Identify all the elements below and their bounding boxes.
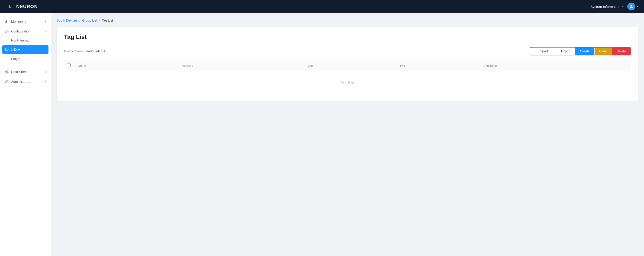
administration-chevron-icon: ▾: [45, 80, 46, 83]
sidebar-item-configuration[interactable]: Configuration ∧: [0, 26, 51, 36]
svg-rect-4: [8, 21, 8, 24]
config-icon: [5, 29, 9, 34]
table-col-description: Description: [480, 60, 631, 72]
breadcrumb-sep-1: /: [79, 18, 80, 22]
col-description-label: Description: [484, 64, 498, 68]
system-info-label[interactable]: System Information: [590, 5, 620, 8]
configuration-label: Configuration: [11, 30, 30, 33]
export-icon: ↑: [558, 50, 559, 53]
breadcrumb-group-list[interactable]: Group List: [82, 18, 97, 22]
avatar[interactable]: [627, 2, 635, 10]
delete-label: Delete: [617, 50, 626, 53]
table-col-address: Address: [178, 60, 302, 72]
svg-point-9: [6, 80, 8, 82]
data-stream-label: Data Strea...: [11, 70, 30, 74]
data-stream-chevron-icon: ▾: [45, 70, 46, 74]
breadcrumb-south-devices[interactable]: South Devices: [56, 18, 78, 22]
table-col-type: Type: [302, 60, 396, 72]
select-all-checkbox[interactable]: [67, 64, 70, 67]
import-icon: ↓: [535, 50, 536, 53]
stream-icon: [5, 70, 9, 74]
table-col-name: Name: [74, 60, 178, 72]
create-label: Create: [580, 50, 590, 53]
plugin-label: Plugin: [11, 57, 20, 61]
table-head: Name Address Type RW Description: [64, 60, 631, 72]
toolbar-row: Device Name modbus-tcp-1 ↓ Import ↑ Expo…: [64, 47, 631, 56]
svg-rect-2: [5, 21, 6, 24]
col-address-label: Address: [182, 64, 193, 68]
table-body: 暂无数据: [64, 72, 631, 94]
clear-button[interactable]: Clear: [594, 48, 612, 55]
tag-table: Name Address Type RW Description: [64, 60, 631, 94]
page-card: Tag List Device Name modbus-tcp-1 ↓ Impo…: [56, 27, 638, 101]
breadcrumb: South Devices / Group List / Tag List: [56, 18, 638, 22]
tag-table-container: Name Address Type RW Description: [64, 60, 631, 94]
svg-point-8: [8, 72, 8, 73]
svg-point-5: [6, 31, 8, 32]
table-header-checkbox: [64, 60, 74, 72]
administration-label: Administrat...: [11, 80, 30, 84]
device-label: Device Name: [64, 50, 84, 53]
import-label: Import: [539, 50, 548, 53]
admin-icon: [5, 80, 9, 84]
south-devices-label: South Devi...: [5, 48, 23, 52]
empty-message: 暂无数据: [64, 72, 631, 94]
sysinfo-chevron-icon[interactable]: ▾: [622, 5, 624, 8]
device-info: Device Name modbus-tcp-1: [64, 50, 105, 53]
export-button[interactable]: ↑ Export: [553, 48, 575, 55]
topnav-right: System Information ▾ ▾: [590, 2, 638, 10]
sidebar-item-administration[interactable]: Administrat... ▾: [0, 77, 51, 86]
sidebar-item-data-stream[interactable]: Data Strea... ▾: [0, 67, 51, 77]
empty-row: 暂无数据: [64, 72, 631, 94]
sidebar-divider-1: [0, 65, 51, 65]
north-apps-label: North Appli...: [11, 38, 30, 42]
col-rw-label: RW: [400, 64, 405, 68]
app-name: NEURON: [16, 4, 38, 9]
export-label: Export: [561, 50, 570, 53]
monitoring-label: Monitoring: [11, 20, 26, 24]
page-title: Tag List: [64, 34, 631, 40]
svg-point-7: [8, 70, 8, 72]
sidebar-item-north-apps[interactable]: North Appli...: [0, 36, 51, 44]
monitoring-chevron-icon: ▾: [45, 20, 46, 23]
breadcrumb-tag-list: Tag List: [102, 18, 113, 22]
main-content: South Devices / Group List / Tag List Ta…: [51, 13, 644, 256]
table-header-row: Name Address Type RW Description: [64, 60, 631, 72]
delete-button[interactable]: Delete: [612, 48, 630, 55]
col-name-label: Name: [78, 64, 86, 68]
breadcrumb-sep-2: /: [99, 18, 100, 22]
sidebar-item-plugin[interactable]: Plugin: [0, 55, 51, 63]
svg-text:~N: ~N: [6, 4, 12, 9]
sidebar-item-monitoring[interactable]: Monitoring ▾: [0, 17, 51, 26]
configuration-chevron-icon: ∧: [44, 30, 46, 33]
col-type-label: Type: [306, 64, 313, 68]
logo[interactable]: ~N NEURON: [6, 2, 38, 11]
clear-label: Clear: [599, 50, 607, 53]
user-chevron-icon[interactable]: ▾: [637, 5, 638, 8]
chart-icon: [5, 20, 9, 24]
table-col-rw: RW: [396, 60, 480, 72]
neuron-logo-icon: ~N: [6, 2, 14, 11]
sidebar-item-south-devices[interactable]: South Devi...: [2, 45, 48, 54]
topnav: ~N NEURON System Information ▾ ▾: [0, 0, 644, 13]
action-btn-group: ↓ Import ↑ Export Create Clear Delete: [530, 47, 631, 56]
user-icon: [629, 4, 633, 8]
sidebar: Monitoring ▾ Configuration ∧ North Appli…: [0, 13, 51, 256]
svg-point-6: [5, 72, 6, 72]
svg-rect-3: [6, 20, 7, 24]
import-button[interactable]: ↓ Import: [530, 48, 553, 55]
device-name-value: modbus-tcp-1: [85, 50, 105, 53]
create-button[interactable]: Create: [575, 48, 594, 55]
